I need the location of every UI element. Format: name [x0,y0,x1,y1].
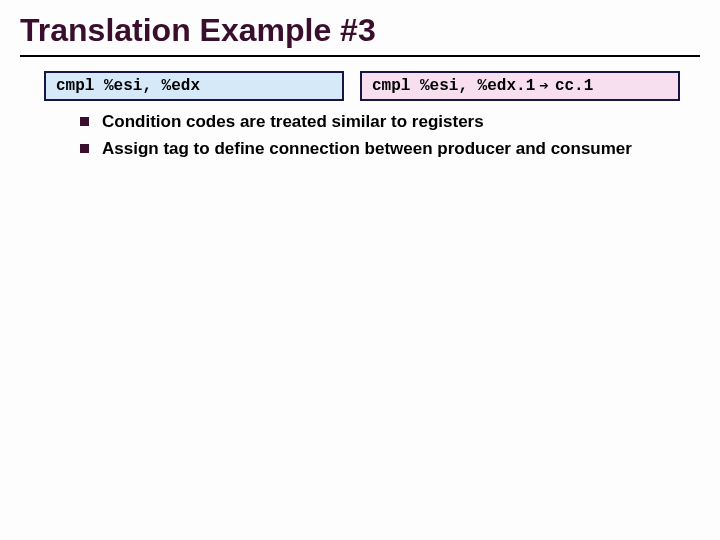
code-box-right-rhs: cc.1 [555,77,593,95]
list-item: Assign tag to define connection between … [80,138,700,161]
page-title: Translation Example #3 [20,12,700,49]
bullet-list: Condition codes are treated similar to r… [80,111,700,161]
list-item: Condition codes are treated similar to r… [80,111,700,134]
code-box-left-text: cmpl %esi, %edx [56,77,200,95]
slide: Translation Example #3 cmpl %esi, %edx c… [0,0,720,540]
code-box-right-lhs: cmpl %esi, %edx.1 [372,77,535,95]
arrow-icon: ➔ [539,76,549,96]
code-box-right: cmpl %esi, %edx.1 ➔ cc.1 [360,71,680,101]
code-boxes-row: cmpl %esi, %edx cmpl %esi, %edx.1 ➔ cc.1 [44,71,700,101]
code-box-left: cmpl %esi, %edx [44,71,344,101]
bullet-text: Condition codes are treated similar to r… [102,112,484,131]
bullet-text: Assign tag to define connection between … [102,139,632,158]
title-rule [20,55,700,57]
